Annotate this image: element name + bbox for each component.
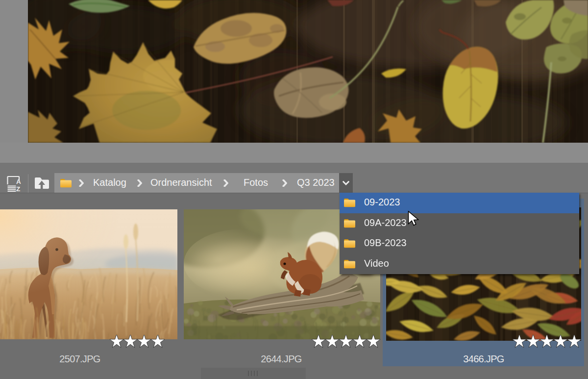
- svg-text:Z: Z: [16, 185, 20, 193]
- svg-text:A: A: [16, 178, 21, 185]
